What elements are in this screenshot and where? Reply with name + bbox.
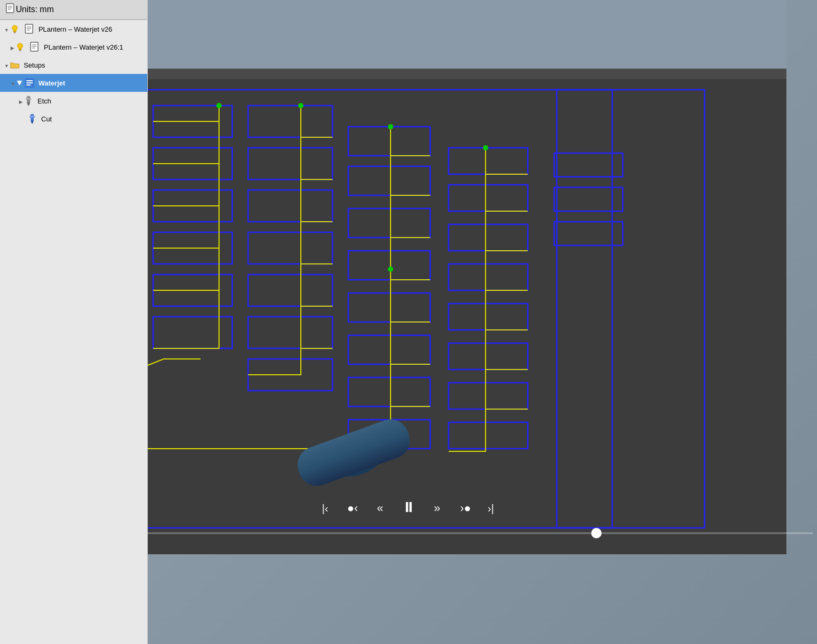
toolpath bbox=[449, 148, 486, 451]
folder-icon bbox=[9, 59, 21, 71]
svg-marker-23 bbox=[27, 102, 30, 106]
cut-rect bbox=[348, 166, 430, 195]
playback-next-icon: ›● bbox=[460, 501, 471, 515]
sidebar: Units: mm PLantern – Wat bbox=[0, 0, 148, 644]
expand-arrow-v261[interactable] bbox=[11, 42, 14, 52]
svg-rect-24 bbox=[26, 98, 31, 100]
cut-rect bbox=[348, 420, 430, 449]
cut-rect bbox=[153, 317, 232, 348]
cut-rect bbox=[348, 377, 430, 406]
cut-rect bbox=[153, 148, 232, 179]
playback-prev-icon: ●‹ bbox=[347, 501, 358, 515]
cut-rect bbox=[248, 274, 332, 306]
cut-rect bbox=[153, 232, 232, 264]
cut-rect bbox=[248, 190, 332, 222]
cut-rect bbox=[449, 264, 528, 290]
doc-icon-v261 bbox=[29, 41, 41, 53]
expand-arrow-waterjet[interactable]: ▼ bbox=[11, 78, 24, 88]
doc-icon bbox=[5, 3, 16, 16]
toolpath bbox=[153, 106, 219, 348]
svg-point-4 bbox=[12, 25, 17, 31]
cut-rect bbox=[248, 317, 332, 348]
units-label: Units: mm bbox=[16, 5, 54, 14]
cut-rect bbox=[449, 148, 528, 174]
cut-rect bbox=[348, 209, 430, 238]
cut-rect bbox=[248, 359, 332, 391]
cut-rect bbox=[449, 343, 528, 370]
cut-rect bbox=[449, 185, 528, 211]
cut-rect bbox=[248, 232, 332, 264]
tree-item-cut[interactable]: Cut bbox=[0, 110, 147, 128]
lightbulb-icon bbox=[9, 23, 21, 35]
lightbulb-icon-v261 bbox=[14, 41, 26, 53]
tree-item-root[interactable]: PLantern – Waterjet v26 bbox=[0, 20, 147, 38]
cut-rect bbox=[554, 187, 623, 211]
toolpath bbox=[248, 106, 301, 375]
units-row: Units: mm bbox=[0, 0, 147, 20]
cut-rect bbox=[449, 224, 528, 251]
svg-rect-13 bbox=[19, 50, 21, 51]
outer-border bbox=[137, 90, 612, 528]
tree-cut-label: Cut bbox=[41, 115, 52, 123]
right-panel-border bbox=[557, 90, 705, 528]
cut-rect bbox=[248, 148, 332, 179]
material-surface bbox=[137, 69, 786, 554]
playback-pause-icon: ⏸ bbox=[402, 499, 415, 515]
tree-etch-label: Etch bbox=[37, 97, 51, 105]
doc-icon-root bbox=[24, 23, 35, 35]
surface-top bbox=[137, 69, 786, 79]
playback-fforward-icon: » bbox=[434, 501, 440, 515]
progress-thumb[interactable] bbox=[591, 528, 602, 538]
tree-root-label: PLantern – Waterjet v26 bbox=[39, 25, 112, 33]
toolpath-start bbox=[483, 145, 488, 150]
cut-rect bbox=[449, 383, 528, 409]
cut-rect bbox=[449, 422, 528, 449]
cut-rect bbox=[554, 222, 623, 245]
nozzle-body bbox=[292, 414, 415, 491]
toolpath-start bbox=[388, 124, 393, 129]
cut-rect bbox=[153, 274, 232, 306]
cut-rect bbox=[348, 335, 430, 364]
playback-first-icon: |‹ bbox=[322, 503, 328, 514]
toolpath-start bbox=[298, 103, 303, 108]
tree-item-etch[interactable]: Etch bbox=[0, 92, 147, 110]
tree-waterjet-label: Waterjet bbox=[39, 79, 65, 87]
cut-rect bbox=[348, 127, 430, 156]
tree-setups-label: Setups bbox=[24, 61, 45, 69]
playback-last-icon: ›| bbox=[488, 503, 494, 514]
svg-marker-26 bbox=[31, 120, 34, 124]
cut-rect bbox=[153, 106, 232, 137]
cut-tool-icon bbox=[26, 113, 38, 125]
toolpath-mid bbox=[388, 267, 393, 272]
cut-rect bbox=[449, 304, 528, 330]
bg-top bbox=[137, 0, 786, 69]
tree-item-v261[interactable]: PLantern – Waterjet v26:1 bbox=[0, 38, 147, 56]
nozzle-tip bbox=[322, 429, 390, 484]
svg-rect-5 bbox=[13, 31, 16, 32]
svg-rect-12 bbox=[18, 49, 22, 50]
tree-v261-label: PLantern – Waterjet v26:1 bbox=[44, 43, 124, 51]
tree-item-setups[interactable]: Setups bbox=[0, 56, 147, 74]
expand-arrow-etch[interactable] bbox=[19, 96, 23, 106]
svg-rect-6 bbox=[14, 32, 16, 33]
viewport: ⏸ « ●‹ |‹ » ›● ›| Units: mm bbox=[0, 0, 817, 644]
playback-rewind-icon: « bbox=[377, 501, 383, 515]
svg-point-11 bbox=[17, 43, 23, 49]
tree-item-waterjet[interactable]: ▼ Waterjet bbox=[0, 74, 147, 92]
cut-rect bbox=[554, 153, 623, 177]
expand-arrow-setups[interactable] bbox=[4, 60, 9, 70]
cut-rect bbox=[153, 190, 232, 222]
toolpath-start bbox=[216, 103, 222, 108]
expand-arrow-root[interactable] bbox=[4, 24, 9, 34]
svg-rect-27 bbox=[30, 116, 35, 118]
cut-rect bbox=[248, 106, 332, 137]
waterjet-icon bbox=[24, 77, 35, 89]
cut-rect bbox=[348, 251, 430, 280]
cut-rect bbox=[348, 293, 430, 322]
toolpath bbox=[348, 127, 391, 449]
etch-tool-icon bbox=[23, 95, 34, 107]
